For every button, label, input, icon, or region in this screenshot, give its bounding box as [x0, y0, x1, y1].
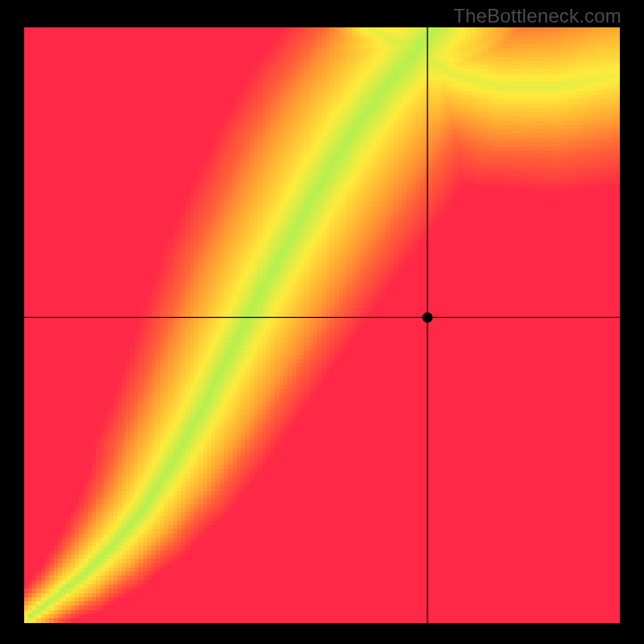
heatmap-plot	[24, 27, 620, 623]
watermark-text: TheBottleneck.com	[453, 5, 621, 27]
heatmap-canvas	[24, 27, 620, 623]
chart-frame: TheBottleneck.com	[0, 0, 644, 644]
